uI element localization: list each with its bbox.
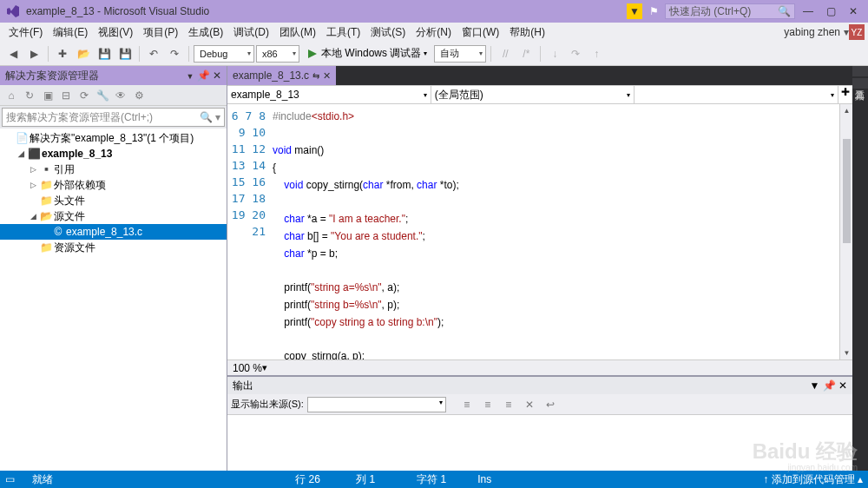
document-tab-active[interactable]: example_8_13.c ⇆ ✕ (227, 66, 336, 85)
title-bar: example_8_13 - Microsoft Visual Studio ▼… (0, 0, 868, 23)
menu-tools[interactable]: 工具(T) (321, 23, 365, 42)
status-ready: 就绪 (32, 472, 53, 487)
quick-launch-input[interactable]: 快速启动 (Ctrl+Q) 🔍 (665, 3, 795, 19)
menu-debug[interactable]: 调试(D) (228, 23, 274, 42)
search-icon: 🔍 (778, 5, 791, 17)
step-over-icon[interactable]: ↷ (566, 44, 585, 63)
menu-project[interactable]: 项目(P) (138, 23, 183, 42)
menu-view[interactable]: 视图(V) (93, 23, 138, 42)
output-pin-icon[interactable]: 📌 (823, 379, 836, 392)
uncomment-icon[interactable]: /* (516, 44, 536, 63)
new-project-icon[interactable]: ✚ (53, 44, 72, 63)
user-avatar[interactable]: YZ (849, 24, 865, 40)
tab-pin-icon[interactable]: ⇆ (312, 71, 319, 81)
output-clear-icon[interactable]: ✕ (521, 396, 538, 413)
status-source-control[interactable]: ↑ 添加到源代码管理 ▴ (763, 472, 863, 487)
redo-icon[interactable]: ↷ (165, 44, 184, 63)
resources-node[interactable]: 📁资源文件 (0, 240, 227, 255)
project-node[interactable]: ◢⬛example_8_13 (0, 146, 227, 162)
menu-window[interactable]: 窗口(W) (457, 23, 504, 42)
scroll-down-icon[interactable]: ▼ (840, 346, 852, 359)
scroll-thumb[interactable] (843, 139, 851, 243)
step-into-icon[interactable]: ↓ (545, 44, 564, 63)
references-node[interactable]: ▷▪️引用 (0, 162, 227, 177)
output-body[interactable] (227, 415, 852, 471)
user-name[interactable]: yabing zhen (784, 26, 844, 38)
output-goto-icon[interactable]: ≡ (458, 396, 476, 413)
open-icon[interactable]: 📂 (74, 44, 93, 63)
solution-icon: 📄 (16, 132, 28, 144)
editor-zoom[interactable]: 100 % ▾ (227, 359, 852, 375)
external-deps-node[interactable]: ▷📁外部依赖项 (0, 177, 227, 193)
main-toolbar: ◀ ▶ ✚ 📂 💾 💾 ↶ ↷ Debug x86 本地 Windows 调试器… (0, 42, 868, 66)
dropdown-icon[interactable]: ▼ (186, 72, 194, 81)
platform-dropdown[interactable]: x86 (256, 45, 299, 63)
preview-icon[interactable]: 👁 (112, 87, 129, 104)
scroll-up-icon[interactable]: ▲ (840, 104, 852, 117)
sources-node[interactable]: ◢📂源文件 (0, 208, 227, 224)
solution-tree: 📄解决方案"example_8_13"(1 个项目) ◢⬛example_8_1… (0, 129, 227, 471)
status-char: 字符 1 (417, 472, 460, 487)
output-source-dropdown[interactable] (307, 397, 446, 412)
solution-toolbar: ⌂ ↻ ▣ ⊟ ⟳ 🔧 👁 ⚙ (0, 85, 227, 106)
solution-search-input[interactable]: 搜索解决方案资源管理器(Ctrl+;) 🔍 ▾ (2, 108, 225, 127)
right-tab-toolbox[interactable]: 工具箱 (852, 78, 868, 89)
close-button[interactable]: ✕ (844, 2, 863, 21)
properties-icon[interactable]: 🔧 (94, 87, 111, 104)
menu-edit[interactable]: 编辑(E) (48, 23, 93, 42)
menu-analyze[interactable]: 分析(N) (411, 23, 457, 42)
minimize-button[interactable]: — (799, 2, 818, 21)
output-prev-icon[interactable]: ≡ (479, 396, 496, 413)
config-dropdown[interactable]: Debug (194, 45, 254, 63)
nav-project-dropdown[interactable]: example_8_13 (227, 86, 431, 103)
output-wrap-icon[interactable]: ↩ (542, 396, 559, 413)
code-text[interactable]: #include<stdio.h> void main() { void cop… (273, 104, 839, 359)
status-line: 行 26 (295, 472, 339, 487)
right-dock: 服务器资源管理器 工具箱 (852, 66, 868, 471)
output-toolbar: 显示输出来源(S): ≡ ≡ ≡ ✕ ↩ (227, 394, 852, 415)
headers-node[interactable]: 📁头文件 (0, 193, 227, 208)
sync-icon[interactable]: ↻ (21, 87, 38, 104)
menu-file[interactable]: 文件(F) (3, 23, 48, 42)
nav-fwd-icon[interactable]: ▶ (24, 44, 43, 63)
pin-icon[interactable]: 📌 (197, 69, 210, 82)
vertical-scrollbar[interactable]: ▲ ▼ (839, 104, 852, 359)
show-all-icon[interactable]: ▣ (39, 87, 56, 104)
restore-button[interactable]: ▢ (821, 2, 840, 21)
menu-team[interactable]: 团队(M) (274, 23, 321, 42)
nav-back-icon[interactable]: ◀ (3, 44, 23, 63)
collapse-icon[interactable]: ⊟ (57, 87, 75, 104)
home-icon[interactable]: ⌂ (3, 87, 20, 104)
start-debug-button[interactable]: 本地 Windows 调试器 ▾ (301, 45, 432, 63)
split-icon[interactable]: ✚ (838, 86, 852, 103)
code-editor[interactable]: 6 7 8 9 10 11 12 13 14 15 16 17 18 19 20… (227, 104, 852, 359)
panel-close-icon[interactable]: ✕ (213, 69, 221, 82)
output-dropdown-icon[interactable]: ▼ (809, 379, 819, 392)
file-example-c[interactable]: ©example_8_13.c (0, 224, 227, 240)
output-next-icon[interactable]: ≡ (500, 396, 517, 413)
save-all-icon[interactable]: 💾 (115, 44, 135, 63)
status-window-icon[interactable]: ▭ (5, 473, 15, 485)
nav-member-dropdown[interactable] (635, 86, 838, 103)
notification-badge-icon[interactable]: ▼ (627, 3, 642, 19)
menu-test[interactable]: 测试(S) (365, 23, 411, 42)
status-ins: Ins (477, 473, 521, 485)
save-icon[interactable]: 💾 (95, 44, 114, 63)
feedback-flag-icon[interactable]: ⚑ (646, 3, 661, 19)
right-tab-server[interactable]: 服务器资源管理器 (852, 66, 868, 76)
solution-explorer-title: 解决方案资源管理器 (5, 69, 99, 83)
undo-icon[interactable]: ↶ (144, 44, 163, 63)
output-close-icon[interactable]: ✕ (838, 379, 847, 392)
nav-scope-dropdown[interactable]: (全局范围) (431, 86, 635, 103)
wrench-icon[interactable]: ⚙ (130, 87, 148, 104)
solution-root[interactable]: 📄解决方案"example_8_13"(1 个项目) (0, 130, 227, 146)
status-col: 列 1 (356, 472, 399, 487)
comment-icon[interactable]: // (496, 44, 515, 63)
folder-icon: 📂 (40, 210, 52, 222)
menu-build[interactable]: 生成(B) (183, 23, 228, 42)
step-dropdown[interactable]: 自动 (434, 45, 486, 63)
menu-help[interactable]: 帮助(H) (504, 23, 550, 42)
tab-close-icon[interactable]: ✕ (323, 70, 331, 82)
step-out-icon[interactable]: ↑ (587, 44, 606, 63)
refresh-icon[interactable]: ⟳ (76, 87, 93, 104)
